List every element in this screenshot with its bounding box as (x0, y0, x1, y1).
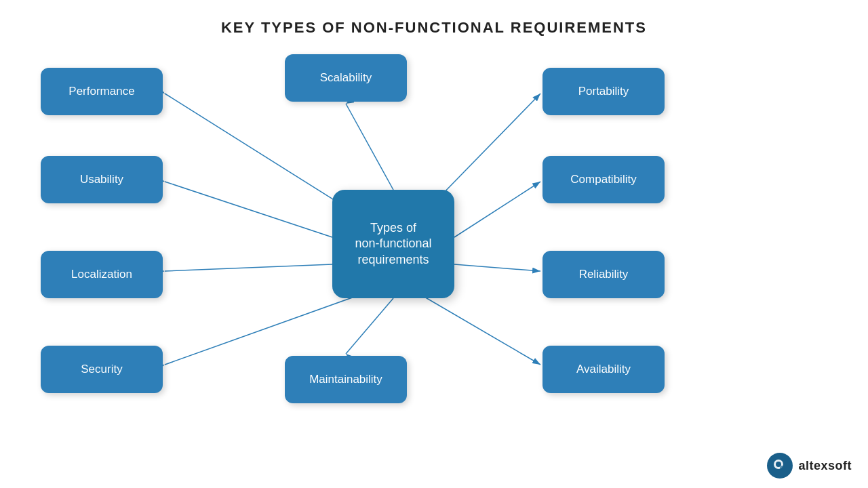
svg-line-7 (165, 182, 332, 237)
svg-line-12 (346, 298, 393, 354)
logo-area: altexsoft (767, 453, 852, 479)
node-availability: Availability (542, 346, 665, 393)
svg-line-9 (165, 264, 332, 271)
logo-icon (767, 453, 793, 479)
node-localization: Localization (41, 251, 163, 298)
node-compatibility: Compatibility (542, 156, 665, 203)
svg-line-5 (346, 104, 393, 190)
logo-text: altexsoft (798, 459, 852, 473)
node-scalability: Scalability (285, 54, 407, 102)
node-reliability: Reliability (542, 251, 665, 298)
node-security: Security (41, 346, 163, 393)
node-performance: Performance (41, 68, 163, 115)
svg-line-8 (454, 182, 540, 237)
page-title: KEY TYPES OF NON-FUNCTIONAL REQUIREMENTS (0, 0, 868, 37)
svg-point-15 (776, 462, 781, 467)
diagram-area: Types of non-functional requirements Per… (0, 47, 868, 488)
svg-point-16 (780, 466, 785, 471)
node-portability: Portability (542, 68, 665, 115)
node-maintainability: Maintainability (285, 356, 407, 403)
svg-line-10 (454, 264, 540, 271)
center-node: Types of non-functional requirements (332, 190, 454, 298)
node-usability: Usability (41, 156, 163, 203)
svg-line-13 (412, 289, 540, 365)
svg-line-11 (165, 289, 375, 365)
